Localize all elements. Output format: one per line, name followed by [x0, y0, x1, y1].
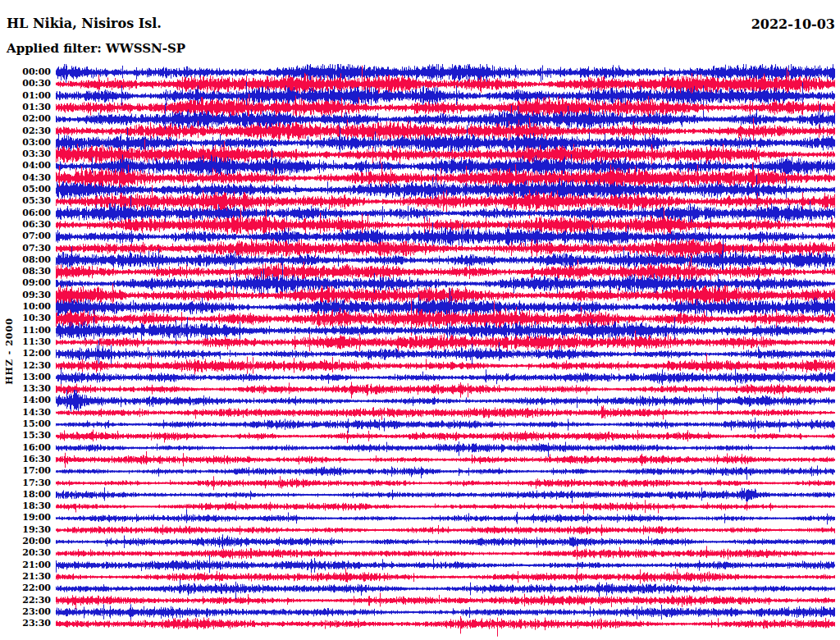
time-label: 03:30	[20, 149, 51, 159]
time-label: 14:00	[20, 395, 51, 405]
time-label: 02:30	[20, 126, 51, 136]
time-label: 10:30	[20, 313, 51, 323]
time-label: 17:00	[20, 466, 51, 476]
station-title: HL Nikia, Nisiros Isl.	[7, 16, 162, 31]
time-label: 12:30	[20, 361, 51, 371]
time-label: 16:30	[20, 455, 51, 464]
time-label: 13:30	[20, 384, 51, 394]
time-label: 11:30	[20, 337, 51, 347]
date-label: 2022-10-03	[751, 16, 835, 32]
time-label: 00:00	[20, 67, 51, 77]
time-label: 15:30	[20, 431, 51, 441]
time-label: 17:30	[20, 478, 51, 488]
helicorder-page: HL Nikia, Nisiros Isl. 2022-10-03 Applie…	[0, 0, 840, 640]
filter-prefix-label: Applied filter:	[7, 41, 102, 56]
time-label: 21:00	[20, 560, 51, 570]
time-label: 09:00	[20, 278, 51, 288]
time-label: 07:30	[20, 244, 51, 254]
time-label: 04:00	[20, 161, 51, 171]
time-label: 04:30	[20, 173, 51, 183]
time-label: 22:00	[20, 583, 51, 593]
time-label: 06:30	[20, 220, 51, 230]
time-label: 18:00	[20, 490, 51, 500]
time-label: 16:00	[20, 443, 51, 453]
time-label: 20:00	[20, 537, 51, 546]
time-label: 12:00	[20, 349, 51, 359]
time-label: 05:30	[20, 196, 51, 206]
time-label: 06:00	[20, 208, 51, 218]
time-label: 02:00	[20, 114, 51, 124]
time-label: 22:30	[20, 596, 51, 606]
time-label: 13:00	[20, 373, 51, 382]
time-label: 10:00	[20, 302, 51, 312]
time-label: 19:00	[20, 513, 51, 523]
time-label: 01:30	[20, 103, 51, 112]
time-label: 00:30	[20, 79, 51, 89]
helicorder-canvas	[56, 64, 835, 638]
time-label: 08:30	[20, 267, 51, 277]
filter-label: Applied filter: WWSSN-SP	[7, 41, 185, 56]
time-label: 07:00	[20, 231, 51, 241]
time-label: 23:30	[20, 619, 51, 629]
time-label: 21:30	[20, 572, 51, 582]
time-label: 05:00	[20, 185, 51, 194]
time-label: 09:30	[20, 290, 51, 300]
time-label: 08:00	[20, 255, 51, 265]
time-label: 20:30	[20, 548, 51, 558]
time-label: 03:00	[20, 138, 51, 148]
time-label: 11:00	[20, 326, 51, 336]
time-label: 15:00	[20, 419, 51, 429]
y-axis-label: HHZ - 2000	[4, 318, 15, 385]
time-label: 19:30	[20, 525, 51, 535]
time-label: 23:00	[20, 607, 51, 617]
time-label: 14:30	[20, 408, 51, 418]
time-label: 18:30	[20, 501, 51, 511]
filter-value-label: WWSSN-SP	[106, 41, 185, 56]
time-label: 01:00	[20, 91, 51, 101]
